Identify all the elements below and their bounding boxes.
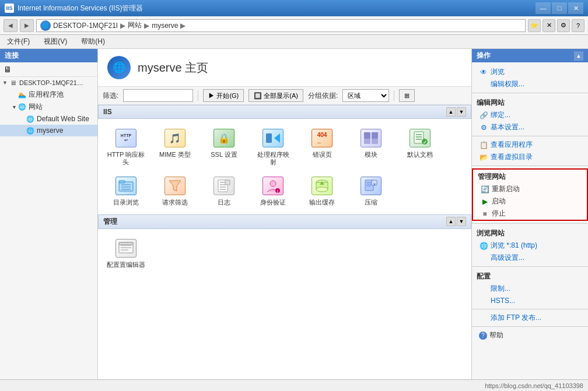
server-icon: 🖥: [8, 78, 18, 87]
action-restart[interactable]: 🔄 重新启动: [473, 183, 587, 195]
action-stop[interactable]: ■ 停止: [473, 207, 587, 220]
manage-section-header[interactable]: 管理 ▲ ▼: [98, 214, 471, 229]
right-panel-scroll-up[interactable]: ▲: [574, 51, 583, 61]
iis-scroll-down[interactable]: ▼: [457, 107, 466, 117]
refresh-area: ⭐ ✕ ⚙ ?: [528, 19, 584, 32]
manage-scroll-down[interactable]: ▼: [457, 217, 466, 226]
config-editor-label: 配置置编辑器: [107, 261, 145, 269]
icon-default-doc[interactable]: ✓ 默认文档: [397, 124, 443, 169]
icon-module[interactable]: 模块: [348, 124, 394, 169]
icon-error[interactable]: 404... 错误页: [299, 124, 345, 169]
advanced-settings-icon: [479, 253, 488, 263]
svg-text:!: !: [277, 189, 278, 193]
basic-settings-icon: ⚙: [479, 123, 488, 132]
svg-point-29: [316, 187, 328, 192]
svg-rect-41: [119, 242, 133, 245]
start-button[interactable]: ▶ 开始(G): [203, 89, 244, 102]
titlebar-left: IIS Internet Information Services (IIS)管…: [5, 3, 143, 13]
dir-browse-icon: [116, 177, 136, 195]
filter-input[interactable]: [123, 89, 193, 102]
http-label: HTTP 响应标头: [107, 151, 145, 166]
refresh-button[interactable]: ⭐: [528, 19, 541, 32]
group-edit-site: 编辑网站: [472, 96, 588, 109]
svg-rect-2: [364, 132, 370, 139]
add-server-icon[interactable]: 🖥: [4, 65, 12, 74]
action-view-apps[interactable]: 📋 查看应用程序: [472, 139, 588, 151]
svg-rect-13: [119, 181, 125, 183]
action-browse-81[interactable]: 🌐 浏览 *:81 (http): [472, 239, 588, 252]
group-manage-site: 管理网站: [473, 170, 587, 183]
show-all-button[interactable]: 🔲 全部显示(A): [249, 89, 303, 102]
iis-section-header[interactable]: IIS ▲ ▼: [98, 105, 471, 119]
menubar: 文件(F) 视图(V) 帮助(H): [0, 35, 588, 49]
group-label: 分组依据:: [308, 91, 338, 101]
help-action-icon: ?: [479, 332, 487, 340]
tree-pool[interactable]: ▶ 🏊 应用程序池: [0, 89, 97, 101]
statusbar-text: https://blog.csdn.net/qq_41103398: [485, 382, 583, 389]
toolbar-sep-2: [394, 90, 394, 101]
minimize-button[interactable]: —: [536, 2, 551, 14]
icon-log[interactable]: 日志: [201, 171, 247, 209]
menu-help[interactable]: 帮助(H): [79, 36, 107, 48]
http-icon: HTTP↩: [116, 129, 136, 147]
action-add-ftp[interactable]: 添加 FTP 发布...: [472, 312, 588, 324]
icon-mime[interactable]: 🎵 MIME 类型: [152, 124, 198, 169]
settings-button[interactable]: ⚙: [557, 19, 570, 32]
titlebar-controls[interactable]: — □ ✕: [536, 2, 583, 14]
icon-compress[interactable]: 压缩: [348, 171, 394, 209]
view-apps-icon: 📋: [479, 140, 488, 150]
icon-dir-browse[interactable]: 目录浏览: [103, 171, 149, 209]
icon-config-editor[interactable]: 配置置编辑器: [103, 234, 149, 272]
icon-http[interactable]: HTTP↩ HTTP 响应标头: [103, 124, 149, 169]
restart-icon: 🔄: [480, 185, 489, 194]
auth-icon: !: [262, 177, 284, 195]
forward-button[interactable]: ▶: [20, 19, 34, 32]
tree-server[interactable]: ▼ 🖥 DESKTOP-1MQF21I (DESK: [0, 77, 97, 89]
help-icon-button[interactable]: ?: [572, 19, 584, 32]
menu-file[interactable]: 文件(F): [5, 36, 32, 48]
error-icon: 404...: [312, 129, 332, 147]
icon-filter[interactable]: 请求筛选: [152, 171, 198, 209]
action-limit[interactable]: 限制...: [472, 283, 588, 295]
action-hsts[interactable]: HSTS...: [472, 295, 588, 307]
close-button[interactable]: ✕: [568, 2, 583, 14]
content-scroll[interactable]: IIS ▲ ▼ HTTP↩ HTTP 响应标头: [98, 105, 471, 391]
action-browse[interactable]: 👁 浏览: [472, 66, 588, 78]
tree-sites[interactable]: ▼ 🌐 网站: [0, 101, 97, 113]
tree-defaultweb[interactable]: ▶ 🌐 Default Web Site: [0, 113, 97, 125]
icon-ssl[interactable]: 🔒 SSL 设置: [201, 124, 247, 169]
browse-81-icon: 🌐: [479, 241, 488, 251]
action-help[interactable]: ? 帮助: [472, 329, 588, 341]
tree-myserve[interactable]: ▶ 🌐 myserve: [0, 125, 97, 136]
content-header: 🌐 myserve 主页: [98, 49, 471, 87]
myserve-label: myserve: [37, 126, 63, 135]
group-select[interactable]: 区域: [342, 89, 389, 102]
compress-icon: [360, 177, 382, 195]
icon-auth[interactable]: ! 身份验证: [250, 171, 296, 209]
svg-rect-3: [372, 132, 378, 139]
back-button[interactable]: ◀: [4, 19, 18, 32]
action-start[interactable]: ▶ 启动: [473, 195, 587, 207]
manage-scroll-up[interactable]: ▲: [446, 217, 456, 226]
action-bind[interactable]: 🔗 绑定...: [472, 109, 588, 121]
view-button[interactable]: ⊞: [399, 89, 415, 102]
start-icon: ▶: [480, 197, 489, 206]
action-view-vdirs[interactable]: 📂 查看虚拟目录: [472, 151, 588, 163]
icon-handler[interactable]: 处理程序映射: [250, 124, 296, 169]
myserve-icon: 🌐: [26, 126, 35, 135]
filter-label: 筛选:: [103, 91, 118, 101]
action-advanced-settings[interactable]: 高级设置...: [472, 252, 588, 264]
action-edit-perms[interactable]: 编辑权限...: [472, 78, 588, 90]
iis-scroll-up[interactable]: ▲: [446, 107, 456, 117]
menu-view[interactable]: 视图(V): [41, 36, 69, 48]
icon-cache[interactable]: 输出缓存: [299, 171, 345, 209]
toolbar-sep-1: [198, 90, 198, 101]
defaultweb-icon: 🌐: [26, 114, 35, 124]
svg-marker-17: [169, 181, 181, 191]
action-basic-settings[interactable]: ⚙ 基本设置...: [472, 121, 588, 133]
address-box[interactable]: 🌐 DESKTOP-1MQF21I ▶ 网站 ▶ myserve ▶: [36, 19, 526, 32]
stop-button[interactable]: ✕: [542, 19, 555, 32]
left-panel: 连接 🖥 ▼ 🖥 DESKTOP-1MQF21I (DESK ▶ 🏊 应用程序池…: [0, 49, 98, 391]
maximize-button[interactable]: □: [552, 2, 567, 14]
actions-section: 👁 浏览 编辑权限... 编辑网站 🔗 绑定... ⚙ 基本设置... 📋 查: [472, 62, 588, 345]
